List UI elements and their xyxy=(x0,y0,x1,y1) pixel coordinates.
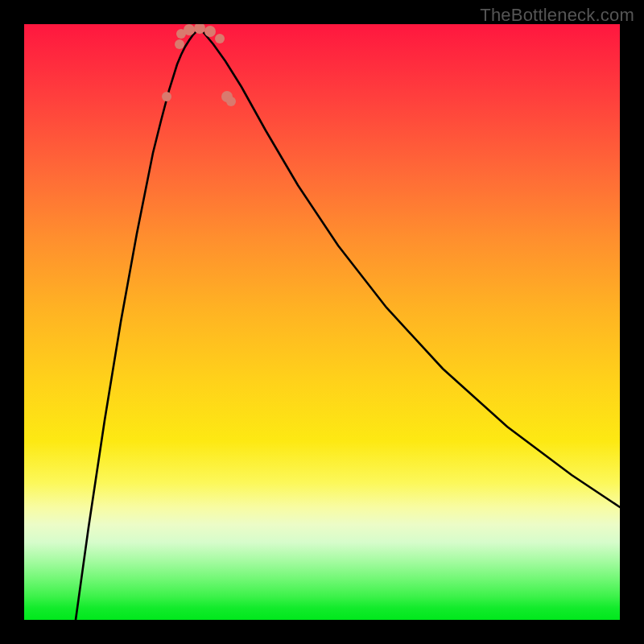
scatter-dot xyxy=(215,34,225,43)
curve-group xyxy=(76,28,620,620)
watermark-text: TheBottleneck.com xyxy=(480,5,634,26)
scatter-points xyxy=(162,24,236,106)
chart-svg xyxy=(24,24,620,620)
plot-area xyxy=(24,24,620,620)
scatter-dot xyxy=(175,39,184,49)
scatter-dot xyxy=(226,97,236,106)
curve-right-branch xyxy=(200,28,620,507)
curve-left-branch xyxy=(76,28,200,620)
scatter-dot xyxy=(184,24,195,35)
chart-frame: TheBottleneck.com xyxy=(0,0,644,644)
scatter-dot xyxy=(204,26,216,37)
scatter-dot xyxy=(162,92,171,101)
